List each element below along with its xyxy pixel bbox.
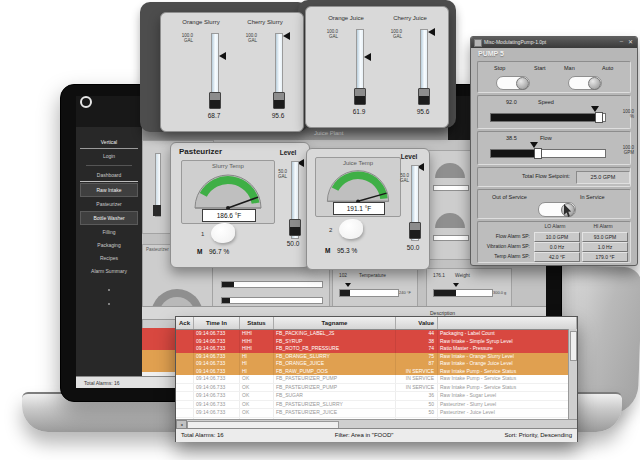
header-ack[interactable]: Ack (176, 317, 194, 329)
tank-name: Orange Slurry (169, 19, 233, 25)
alarm-cell-status: HI (240, 353, 274, 361)
tank-level-thumb[interactable] (418, 88, 430, 105)
alarm-cell-time: 09:14:06.733 (194, 360, 240, 368)
vertical-scrollbar[interactable] (568, 329, 577, 419)
tank-level-thumb[interactable] (273, 92, 285, 109)
level-capacity: 50.0 GAL (265, 169, 287, 179)
tank-level-thumb[interactable] (354, 88, 366, 105)
alarm-row[interactable]: 09:14:06.733OKFB_PASTEURIZER_SLURRY50Pas… (176, 401, 577, 410)
alarm-cell-desc: Raw Intake - Orange Slurry Level (438, 353, 577, 361)
level-thumb[interactable] (289, 219, 301, 236)
flow-fill (491, 150, 535, 157)
pump-number: 2 (329, 227, 332, 233)
bg-total-alarms: Total Alarms: 16 (84, 380, 120, 386)
alarm-row[interactable]: 09:14:06.733HIHIFB_SYRUP38Raw Intake - S… (176, 338, 577, 346)
alarm-cell-tag: FB_PACKING_LABEL_JS (274, 330, 396, 338)
speed-slider-thumb[interactable] (595, 112, 603, 123)
alarm-cell-desc: Ratio Master - Pressure (438, 345, 577, 353)
bg-weight-slider[interactable] (433, 289, 493, 297)
juice-temp-gauge-card: Juice Temp 191.1 °F (315, 157, 401, 217)
flow-slider-thumb[interactable] (534, 148, 542, 159)
stop-start-toggle[interactable] (496, 76, 530, 90)
alarm-row[interactable]: 09:14:06.733HIHIFB_ROTO_FB_PRESSURE74Rat… (176, 345, 577, 353)
tank-name: Orange Juice (314, 15, 378, 21)
hi-alarm-header: HI Alarm (580, 223, 626, 229)
scrollbar-thumb[interactable] (570, 331, 577, 361)
window-titlebar[interactable]: Misc-ModulatingPump-1.0pt – ✕ (471, 37, 637, 48)
temp-alarm-lo-field[interactable]: 42.0 °F (534, 252, 580, 262)
alarm-cell-ack (176, 360, 194, 368)
window-title: Misc-ModulatingPump-1.0pt (484, 39, 546, 45)
alarm-row[interactable]: 09:14:06.733HIFB_ORANGE_SLURRY75Raw Inta… (176, 353, 577, 361)
gauge-value: 191.1 °F (333, 202, 385, 215)
alarm-row[interactable]: 09:14:06.733OKFB_PASTEURIZER_PUMPIN SERV… (176, 384, 577, 393)
alarm-row[interactable]: 09:14:06.733OKFB_PASTEURIZER_JUICE50Past… (176, 409, 577, 418)
alarm-cell-ack (176, 375, 194, 383)
speed-slider[interactable] (490, 113, 606, 122)
close-icon[interactable]: ✕ (628, 38, 633, 45)
alarm-cell-tag: FB_ROTO_FB_PRESSURE (274, 345, 396, 353)
alarm-row[interactable]: 09:14:06.733HIFB_RAW_PUMP_OOSIN SERVICER… (176, 368, 577, 376)
sidebar-item-bottle-washer[interactable]: Bottle Washer (80, 211, 138, 225)
header-tagname[interactable]: Tagname (274, 317, 396, 329)
bg-temperature-slider[interactable] (339, 289, 399, 297)
start-label: Start (534, 65, 546, 71)
capacity-unit: GAL (235, 38, 257, 43)
temp-alarm-hi-field[interactable]: 179.0 °F (582, 252, 628, 262)
flow-alarm-lo-field[interactable]: 10.0 GPM (534, 232, 580, 242)
out-of-service-label: Out of Service (492, 194, 527, 200)
alarm-cell-status: OK (240, 384, 274, 392)
total-flow-setpoint-field[interactable]: 25.0 GPM (576, 171, 630, 184)
alarm-cell-value: 75 (396, 353, 438, 361)
alarm-cell-tag: FB_SUGAR (274, 392, 396, 400)
pump-icon[interactable] (339, 219, 363, 239)
vibration-alarm-hi-field[interactable]: 1.0 Hz (582, 242, 628, 252)
flow-slider[interactable] (490, 149, 606, 158)
alarm-cell-ack (176, 392, 194, 400)
alarm-row[interactable]: 09:14:06.733HIHIFB_PACKING_LABEL_JS44Pac… (176, 330, 577, 338)
sidebar-item-vertical[interactable]: Vertical (80, 136, 138, 149)
alarm-cell-value: IN SERVICE (396, 384, 438, 392)
header-status[interactable]: Status (240, 317, 274, 329)
plant-title: Juice Plant (314, 130, 343, 136)
tank-level-marker-icon (219, 52, 226, 60)
service-toggle[interactable] (538, 202, 576, 217)
pump-faceplate-window: Misc-ModulatingPump-1.0pt – ✕ PUMP 5 Sto… (470, 36, 638, 266)
sidebar-item-filling[interactable]: Filling (80, 226, 138, 238)
minimize-icon[interactable]: – (620, 38, 623, 44)
sidebar-item-login[interactable]: Login (80, 150, 138, 162)
tank-value: 61.9 (324, 108, 394, 115)
tank-level-marker-icon (283, 32, 290, 40)
sidebar-item-dashboard[interactable]: Dashboard (80, 169, 138, 182)
man-label: Man (564, 65, 575, 71)
sidebar-item-packaging[interactable]: Packaging (80, 239, 138, 251)
header-value[interactable]: Value (396, 317, 438, 329)
tank-name: Cherry Slurry (233, 19, 297, 25)
alarm-cell-tag: FB_SYRUP (274, 338, 396, 346)
tank-capacity: 100.0 GAL (380, 29, 402, 39)
pump-icon[interactable] (211, 223, 235, 243)
alarm-row[interactable]: 09:14:06.733HIFB_ORANGE_JUICE87Raw Intak… (176, 360, 577, 368)
bg-slider-marker (453, 283, 459, 287)
sidebar-menu: VerticalLoginDashboardRaw IntakePasteuri… (76, 135, 142, 305)
sidebar-item-raw-intake[interactable]: Raw Intake (80, 183, 138, 197)
sidebar-item-recipes[interactable]: Recipes (80, 252, 138, 264)
alarm-row[interactable]: 09:14:06.733OKFB_PASTEURIZER_PUMPIN SERV… (176, 375, 577, 384)
man-auto-toggle[interactable] (568, 76, 602, 90)
slurry-temp-gauge (188, 170, 268, 212)
alarm-row[interactable]: 09:14:06.733OKFB_SUGAR36Raw Intake - Sug… (176, 392, 577, 401)
level-thumb[interactable] (409, 222, 421, 239)
flow-alarm-hi-field[interactable]: 93.0 GPM (582, 232, 628, 242)
header-time-in[interactable]: Time In (194, 317, 240, 329)
bg-slider-track (221, 297, 323, 304)
juice-panel: Juice Temp 191.1 °F Level 50.0 GAL 50.0 … (306, 148, 430, 270)
sidebar-item-pasteurizer[interactable]: Pasteurizer (80, 198, 138, 210)
alarm-cell-time: 09:14:06.733 (194, 330, 240, 338)
vibration-alarm-lo-field[interactable]: 0.0 Hz (534, 242, 580, 252)
vibration-alarm-sp-label: Vibration Alarm SP: (478, 243, 530, 249)
alarm-cell-time: 09:14:06.733 (194, 353, 240, 361)
tank-level-thumb[interactable] (209, 92, 221, 109)
tank-capacity: 100.0 GAL (235, 33, 257, 43)
sidebar-item-alarm-summary[interactable]: Alarm Summary (80, 265, 138, 277)
alarm-cell-desc: Raw Intake Pump - Service Status (438, 375, 577, 383)
